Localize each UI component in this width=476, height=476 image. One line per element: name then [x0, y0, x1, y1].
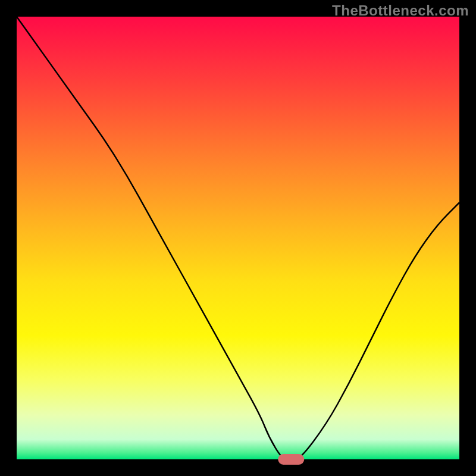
plot-background: [17, 17, 459, 459]
chart-container: TheBottleneck.com: [0, 0, 476, 476]
watermark-text: TheBottleneck.com: [332, 2, 469, 19]
chart-svg: [0, 0, 476, 476]
min-marker: [278, 454, 304, 465]
